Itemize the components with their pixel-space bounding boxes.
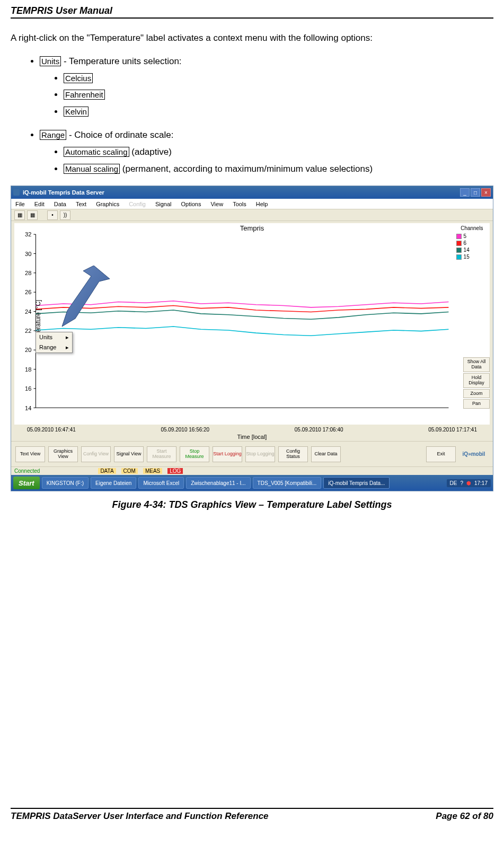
tray-help-icon[interactable]: ? [460,480,463,486]
status-bar: Connected DATA COM MEAS LOG [11,466,493,475]
range-manual-label: Manual scaling [64,164,120,174]
toolbar-btn-1[interactable]: ▦ [14,210,25,220]
channel-color-swatch [456,248,462,253]
status-pill-com: COM [121,468,138,474]
toolbar-btn-3[interactable]: • [47,210,58,220]
menu-graphics[interactable]: Graphics [96,201,119,207]
list-item: Celcius [64,72,493,85]
bottom-button[interactable]: Signal View [114,446,144,462]
taskbar-item[interactable]: KINGSTON (F:) [42,477,89,489]
menu-file[interactable]: File [15,201,25,207]
menu-edit[interactable]: Edit [34,201,45,207]
channel-id: 15 [464,254,470,260]
show-all-data-button[interactable]: Show All Data [463,357,490,372]
x-tick: 05.09.2010 16:47:41 [27,427,76,433]
menu-text[interactable]: Text [76,201,86,207]
plot-title: Tempris [14,224,490,232]
svg-text:26: 26 [25,289,31,296]
header-rule [11,17,493,19]
ctx-units[interactable]: Units▸ [36,332,72,342]
channel-color-swatch [456,254,462,260]
minimize-icon[interactable]: _ [460,188,470,197]
bottom-button-bar: Text ViewGraphics ViewConfig ViewSignal … [11,441,493,466]
chart-svg: 32302826242220181614 [14,223,454,425]
hold-display-button[interactable]: Hold Display [463,373,490,388]
bottom-button[interactable]: Start Logging [213,446,242,462]
menu-data[interactable]: Data [54,201,66,207]
x-tick: 05.09.2010 17:17:41 [428,427,477,433]
units-label: Units [40,56,61,66]
tray-shield-icon[interactable]: ⬢ [466,480,471,486]
maximize-icon[interactable]: □ [471,188,480,197]
bottom-button[interactable]: Config Status [278,446,308,462]
svg-text:18: 18 [25,366,31,373]
plot-side-buttons: Show All Data Hold Display Zoom Pan [463,357,490,409]
units-sublist: Celcius Fahrenheit Kelvin [40,72,493,118]
close-icon[interactable]: × [481,188,491,197]
taskbar-item-active[interactable]: iQ-mobil Tempris Data... [323,477,390,489]
exit-button[interactable]: Exit [426,446,456,462]
chevron-right-icon: ▸ [66,334,69,341]
taskbar-item[interactable]: Microsoft Excel [138,477,184,489]
menu-options[interactable]: Options [181,201,201,207]
toolbar-btn-4[interactable]: )) [60,210,70,220]
status-pill-log: LOG [167,468,183,474]
footer-left: TEMPRIS DataServer User Interface and Fu… [11,811,269,822]
x-tick: 05.09.2010 16:56:20 [161,427,209,433]
bottom-button: Start Measure [147,446,176,462]
bottom-button[interactable]: Stop Measure [180,446,209,462]
taskbar-item[interactable]: Eigene Dateien [91,477,136,489]
channel-row[interactable]: 15 [456,254,488,260]
x-ticks: 05.09.2010 16:47:41 05.09.2010 16:56:20 … [11,427,493,433]
window-titlebar[interactable]: iQ-mobil Tempris Data Server _ □ × [11,186,493,199]
unit-fahrenheit: Fahrenheit [64,90,105,100]
start-button[interactable]: Start [13,477,40,489]
system-tray[interactable]: DE ? ⬢ 17:17 [447,479,491,487]
list-item: Fahrenheit [64,89,493,101]
channel-id: 6 [464,240,467,246]
pan-button[interactable]: Pan [463,399,490,409]
range-manual-desc: (permanent, according to maximum/minimum… [120,164,373,174]
unit-kelvin: Kelvin [64,107,89,117]
options-list: Units - Temperature units selection: Cel… [11,55,493,118]
taskbar-item[interactable]: TDS_V005 [Kompatibili... [253,477,322,489]
units-desc: - Temperature units selection: [61,56,181,66]
channel-row[interactable]: 14 [456,247,488,253]
figure-caption: Figure 4-34: TDS Graphics View – Tempera… [11,499,493,510]
svg-text:28: 28 [25,270,31,276]
list-item: Kelvin [64,105,493,118]
x-tick: 05.09.2010 17:06:40 [295,427,343,433]
channel-color-swatch [456,234,462,239]
menu-help[interactable]: Help [256,201,268,207]
menu-config: Config [129,201,146,207]
channel-color-swatch [456,241,462,246]
chevron-right-icon: ▸ [66,344,69,351]
menu-tools[interactable]: Tools [233,201,246,207]
channel-row[interactable]: 6 [456,240,488,246]
list-item: Manual scaling (permanent, according to … [64,163,493,175]
range-option: Range - Choice of ordinate scale: Automa… [40,129,493,175]
bottom-button[interactable]: Text View [15,446,45,462]
toolbar-btn-2[interactable]: ▦ [27,210,38,220]
unit-celcius: Celcius [64,73,93,83]
bottom-button[interactable]: Graphics View [48,446,78,462]
context-menu[interactable]: Units▸ Range▸ [36,332,73,353]
toolbar: ▦ ▦ • )) [11,209,493,221]
figure-screenshot: iQ-mobil Tempris Data Server _ □ × File … [11,186,493,510]
bottom-button[interactable]: Clear Data [311,446,341,462]
taskbar-item[interactable]: Zwischenablage11 - I... [186,477,250,489]
zoom-button[interactable]: Zoom [463,389,490,399]
tray-lang: DE [450,480,457,486]
ctx-range[interactable]: Range▸ [36,342,72,352]
svg-text:16: 16 [25,385,31,392]
tray-time: 17:17 [474,480,488,486]
intro-paragraph: A right-click on the "Temperature" label… [11,32,493,45]
range-auto-desc: (adaptive) [129,147,172,157]
channel-id: 14 [464,247,470,253]
svg-text:30: 30 [25,251,31,257]
range-label: Range [40,130,66,140]
svg-text:24: 24 [25,308,31,315]
menu-signal[interactable]: Signal [155,201,172,207]
menu-view[interactable]: View [210,201,223,207]
channel-row[interactable]: 5 [456,233,488,239]
